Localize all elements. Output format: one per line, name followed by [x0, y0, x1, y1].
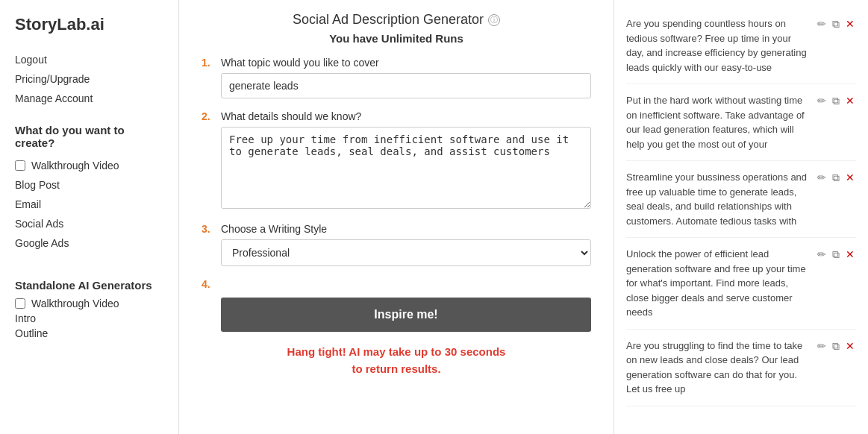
result-text: Unlock the power of efficient lead gener… — [626, 247, 810, 320]
result-text: Streamline your bussiness operations and… — [626, 170, 810, 228]
step-1-section: 1. What topic would you like to cover — [202, 57, 591, 98]
step-3-select-wrapper: Professional Casual Formal Friendly Pers… — [202, 239, 591, 266]
sidebar: StoryLab.ai Logout Pricing/Upgrade Manag… — [0, 0, 179, 434]
delete-icon[interactable]: ✕ — [844, 93, 856, 108]
copy-icon[interactable]: ⧉ — [831, 247, 841, 262]
step-4-button-wrapper: Inspire me! — [202, 295, 591, 332]
outline-link[interactable]: Outline — [15, 326, 163, 341]
step-2-number: 2. — [202, 110, 215, 122]
copy-icon[interactable]: ⧉ — [831, 16, 841, 32]
waiting-line1: Hang tight! AI may take up to 30 seconds — [287, 345, 506, 358]
copy-icon[interactable]: ⧉ — [831, 339, 841, 354]
google-ads-link[interactable]: Google Ads — [15, 236, 163, 251]
step-2-section: 2. What details should we know? Free up … — [202, 110, 591, 211]
step-1-label-row: 1. What topic would you like to cover — [202, 57, 591, 69]
result-item: Are you struggling to find the time to t… — [626, 330, 856, 406]
inspire-button[interactable]: Inspire me! — [221, 298, 591, 332]
step-1-label: What topic would you like to cover — [221, 57, 379, 69]
details-textarea[interactable]: Free up your time from inefficient softw… — [221, 127, 591, 209]
waiting-message: Hang tight! AI may take up to 30 seconds… — [202, 344, 591, 377]
info-icon[interactable]: ⓘ — [488, 14, 500, 26]
manage-account-link[interactable]: Manage Account — [15, 91, 163, 106]
logout-link[interactable]: Logout — [15, 52, 163, 67]
page-title: Social Ad Description Generator — [293, 12, 484, 28]
delete-icon[interactable]: ✕ — [844, 16, 856, 31]
copy-icon[interactable]: ⧉ — [831, 170, 841, 186]
delete-icon[interactable]: ✕ — [844, 170, 856, 185]
edit-icon[interactable]: ✏ — [816, 16, 828, 31]
step-2-textarea-wrapper: Free up your time from inefficient softw… — [202, 127, 591, 211]
walkthrough-video-what-label: Walkthrough Video — [31, 160, 119, 172]
result-text: Are you struggling to find the time to t… — [626, 339, 810, 397]
result-item: Are you spending countless hours on tedi… — [626, 7, 856, 84]
edit-icon[interactable]: ✏ — [816, 339, 828, 353]
walkthrough-video-standalone-item[interactable]: Walkthrough Video — [15, 296, 163, 311]
walkthrough-video-standalone-label: Walkthrough Video — [31, 298, 119, 309]
blog-post-link[interactable]: Blog Post — [15, 177, 163, 192]
step-3-label-row: 3. Choose a Writing Style — [202, 223, 591, 235]
step-3-section: 3. Choose a Writing Style Professional C… — [202, 223, 591, 266]
result-actions: ✏⧉✕ — [816, 16, 856, 32]
result-actions: ✏⧉✕ — [816, 247, 856, 262]
step-3-number: 3. — [202, 223, 215, 235]
main-content: Social Ad Description Generator ⓘ You ha… — [179, 0, 614, 434]
walkthrough-video-standalone-checkbox[interactable] — [15, 298, 25, 309]
standalone-section-title: Standalone AI Generators — [15, 279, 163, 292]
step-2-label-row: 2. What details should we know? — [202, 110, 591, 122]
pricing-link[interactable]: Pricing/Upgrade — [15, 72, 163, 87]
step-1-input-wrapper — [202, 73, 591, 98]
result-actions: ✏⧉✕ — [816, 93, 856, 109]
result-actions: ✏⧉✕ — [816, 339, 856, 354]
step-2-label: What details should we know? — [221, 110, 361, 122]
email-link[interactable]: Email — [15, 197, 163, 212]
walkthrough-video-what-item[interactable]: Walkthrough Video — [15, 158, 163, 173]
result-text: Put in the hard work without wasting tim… — [626, 93, 810, 151]
edit-icon[interactable]: ✏ — [816, 170, 828, 185]
step-4-section: 4. Inspire me! — [202, 278, 591, 332]
step-4-number: 4. — [202, 278, 215, 290]
copy-icon[interactable]: ⧉ — [831, 93, 841, 109]
walkthrough-video-what-checkbox[interactable] — [15, 160, 25, 171]
result-item: Unlock the power of efficient lead gener… — [626, 238, 856, 330]
step-1-number: 1. — [202, 57, 215, 69]
result-item: Put in the hard work without wasting tim… — [626, 84, 856, 161]
step-3-label: Choose a Writing Style — [221, 223, 327, 235]
step-4-label-row: 4. — [202, 278, 591, 290]
page-title-row: Social Ad Description Generator ⓘ — [202, 12, 591, 28]
standalone-section: Standalone AI Generators Walkthrough Vid… — [15, 265, 163, 341]
edit-icon[interactable]: ✏ — [816, 247, 828, 262]
delete-icon[interactable]: ✕ — [844, 339, 856, 353]
edit-icon[interactable]: ✏ — [816, 93, 828, 108]
unlimited-runs-badge: You have Unlimited Runs — [202, 32, 591, 45]
intro-link[interactable]: Intro — [15, 311, 163, 326]
what-section-title: What do you want to create? — [15, 124, 163, 149]
topic-input[interactable] — [221, 73, 591, 98]
social-ads-link[interactable]: Social Ads — [15, 216, 163, 231]
writing-style-select[interactable]: Professional Casual Formal Friendly Pers… — [221, 239, 591, 266]
result-item: Streamline your bussiness operations and… — [626, 161, 856, 238]
logo: StoryLab.ai — [15, 15, 163, 34]
result-actions: ✏⧉✕ — [816, 170, 856, 186]
results-panel: Are you spending countless hours on tedi… — [614, 0, 868, 434]
delete-icon[interactable]: ✕ — [844, 247, 856, 262]
result-text: Are you spending countless hours on tedi… — [626, 16, 810, 75]
waiting-line2: to return results. — [352, 362, 440, 375]
